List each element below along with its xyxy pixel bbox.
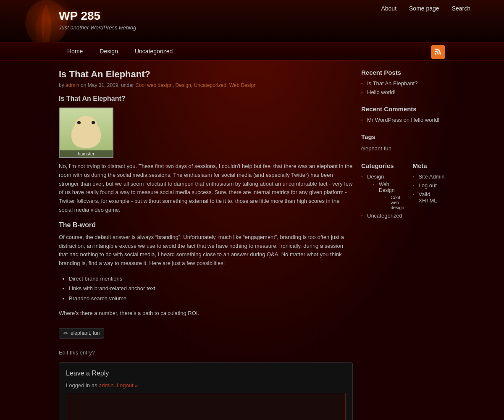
post-meta: by admin on May 31, 2009, under Cool web…: [59, 82, 353, 88]
categories-list: Design Web Design Cool web design: [361, 173, 404, 219]
categories-meta-row: Categories Design Web Design Cool web de…: [361, 162, 445, 221]
nav-design[interactable]: Design: [91, 43, 126, 60]
nav-about[interactable]: About: [381, 5, 396, 12]
sidebar: Recent Posts Is That An Elephant? Hello …: [361, 69, 445, 420]
recent-posts-section: Recent Posts Is That An Elephant? Hello …: [361, 69, 445, 95]
pencil-icon: ✏: [63, 330, 68, 336]
hamster-eye-right: [92, 121, 95, 124]
hamster-body: [71, 121, 101, 148]
comment-link[interactable]: Hello world!: [411, 117, 440, 123]
site-header: WP 285 Just another WordPress weblog Abo…: [0, 0, 504, 42]
list-item: Is That An Elephant?: [361, 80, 445, 87]
meta-title: Meta: [412, 162, 445, 169]
comments-section: Leave a Reply Logged in as admin. Logout…: [59, 362, 353, 420]
recent-posts-list: Is That An Elephant? Hello world!: [361, 80, 445, 95]
site-tagline: Just another WordPress weblog: [59, 24, 136, 31]
meta-author[interactable]: admin: [66, 82, 79, 88]
list-item: Cool web design: [385, 195, 404, 210]
cat-web-design[interactable]: Web Design: [379, 181, 394, 193]
meta-cat-1[interactable]: Cool web design: [135, 82, 173, 88]
meta-cat-4[interactable]: Web Design: [229, 82, 257, 88]
edit-anchor[interactable]: Edit: [59, 349, 68, 356]
post-subtitle: Is That An Elephant?: [59, 95, 353, 102]
header-decoration: [21, 0, 63, 42]
cat-uncategorized[interactable]: Uncategorized: [367, 213, 402, 219]
nav-search[interactable]: Search: [452, 5, 470, 12]
meta-list: Site Admin Log out Valid XHTML: [412, 173, 445, 204]
tags-list: elephant fun: [361, 144, 445, 152]
rss-icon: [434, 47, 442, 57]
post-body-para1: No, I'm not trying to distract you. Thes…: [59, 162, 353, 215]
meta-cat-2[interactable]: Design: [176, 82, 191, 88]
meta-section: Meta Site Admin Log out Valid XHTML: [412, 162, 445, 221]
comments-title: Leave a Reply: [66, 370, 346, 377]
tag-elephant[interactable]: elephant: [361, 145, 382, 152]
rss-button[interactable]: [431, 45, 445, 59]
tag-label: elephant, fun: [71, 330, 100, 336]
meta-on: on May 31, 2009, under: [81, 82, 135, 88]
tags-section: Tags elephant fun: [361, 133, 445, 152]
sub-list: Web Design Cool web design: [367, 181, 404, 210]
nav-items: Home Design Uncategorized: [59, 43, 445, 60]
cat-cool-web-design[interactable]: Cool web design: [391, 195, 404, 210]
categories-title: Categories: [361, 162, 404, 169]
edit-dit: dit: [63, 349, 68, 356]
section-heading: The B-word: [59, 221, 353, 229]
recent-post-1[interactable]: Is That An Elephant?: [367, 80, 417, 87]
site-title: WP 285: [59, 9, 100, 23]
nav-some-page[interactable]: Some page: [409, 5, 439, 12]
list-item: Valid XHTML: [412, 191, 445, 204]
logged-in-user[interactable]: admin: [99, 382, 113, 388]
post-bullet-list: Direct brand mentions Links with brand-r…: [69, 274, 353, 303]
comment-textarea[interactable]: [66, 393, 346, 420]
meta-site-admin[interactable]: Site Admin: [418, 173, 444, 180]
comment-on: on: [403, 117, 411, 123]
recent-post-2[interactable]: Hello world!: [367, 89, 396, 95]
top-navigation: About Some page Search: [381, 5, 470, 12]
list-item: Web Design Cool web design: [373, 181, 404, 210]
post-body-para2: Of course, the default answer is always …: [59, 233, 353, 268]
logged-in-prefix: Logged in as: [66, 382, 97, 388]
edit-E: E: [59, 349, 63, 356]
sub-sub-list: Cool web design: [379, 195, 404, 210]
logged-in-text: Logged in as admin. Logout »: [66, 382, 346, 388]
edit-suffix: this entry?: [68, 349, 95, 356]
meta-by: by: [59, 82, 64, 88]
tag-container: ✏ elephant, fun: [59, 328, 104, 339]
nav-uncategorized[interactable]: Uncategorized: [126, 43, 181, 60]
list-item: Links with brand-related anchor text: [69, 284, 353, 293]
categories-section: Categories Design Web Design Cool web de…: [361, 162, 404, 221]
list-item: Direct brand mentions: [69, 274, 353, 284]
list-item: Uncategorized: [361, 213, 404, 219]
list-item: Site Admin: [412, 173, 445, 180]
list-item: Hello world!: [361, 89, 445, 95]
edit-link: Edit this entry?: [59, 349, 353, 356]
post-image: [59, 108, 113, 158]
meta-log-out[interactable]: Log out: [418, 182, 436, 189]
logout-link[interactable]: Logout »: [117, 382, 138, 388]
nav-home[interactable]: Home: [59, 43, 91, 60]
comment-author: Mr WordPress: [367, 117, 402, 123]
list-item: Branded search volume: [69, 294, 353, 303]
content-area: Is That An Elephant? by admin on May 31,…: [0, 60, 504, 420]
cat-design[interactable]: Design: [367, 173, 384, 180]
list-item: Log out: [412, 182, 445, 189]
svg-point-1: [435, 53, 436, 55]
tag-fun[interactable]: fun: [384, 145, 391, 152]
post-body-para3: Where’s there a number, there’s a path t…: [59, 309, 353, 318]
recent-posts-title: Recent Posts: [361, 69, 445, 76]
list-item: Mr WordPress on Hello world!: [361, 117, 445, 123]
main-navigation: Home Design Uncategorized: [0, 42, 504, 60]
list-item: Design Web Design Cool web design: [361, 173, 404, 210]
main-content: Is That An Elephant? by admin on May 31,…: [59, 69, 353, 420]
recent-comments-list: Mr WordPress on Hello world!: [361, 117, 445, 123]
recent-comments-section: Recent Comments Mr WordPress on Hello wo…: [361, 105, 445, 123]
hamster-eye-left: [77, 121, 81, 124]
recent-comments-title: Recent Comments: [361, 105, 445, 113]
tags-title: Tags: [361, 133, 445, 140]
post-title: Is That An Elephant?: [59, 69, 353, 80]
meta-valid-xhtml[interactable]: Valid XHTML: [418, 191, 437, 204]
meta-cat-3[interactable]: Uncategorized: [194, 82, 226, 88]
